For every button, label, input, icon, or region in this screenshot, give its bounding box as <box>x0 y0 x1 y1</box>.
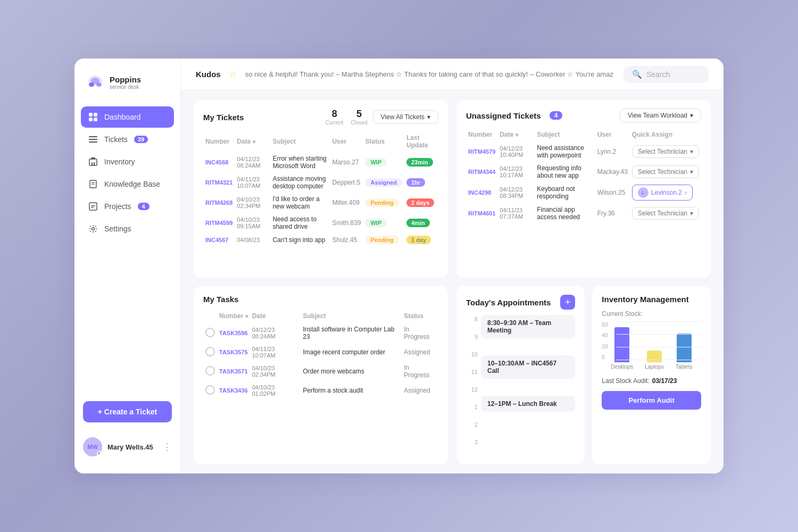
task-checkbox[interactable] <box>205 366 215 376</box>
time-slot: 2 <box>466 420 481 438</box>
list-item[interactable]: TASK3575 04/11/23 10:07AM Image recent c… <box>203 343 438 361</box>
table-row[interactable]: RITM4344 04/12/23 10:17AM Requesting inf… <box>466 162 701 182</box>
view-all-tickets-button[interactable]: View All Tickets ▾ <box>373 110 438 124</box>
my-tickets-title: My Tickets <box>203 113 244 122</box>
chart-bar-group: Laptops <box>645 351 664 370</box>
sidebar-item-inventory[interactable]: Inventory <box>81 151 174 172</box>
table-row[interactable]: RITM4321 04/11/23 10:07AM Assistance mov… <box>203 172 438 193</box>
table-row[interactable]: INC4567 04/08/23 Can't sign into app Shu… <box>203 233 438 247</box>
select-technician-button[interactable]: Select Technician ▾ <box>632 145 699 158</box>
audit-date: 03/17/23 <box>652 377 677 385</box>
ticket-counts: 8 Current 5 Closed <box>326 109 368 126</box>
view-team-workload-button[interactable]: View Team Workload ▾ <box>620 109 701 122</box>
add-appointment-button[interactable]: + <box>560 295 575 310</box>
task-checkbox[interactable] <box>205 347 215 356</box>
perform-audit-button[interactable]: Perform Audit <box>602 391 701 410</box>
unassigned-count-badge: 4 <box>550 111 563 120</box>
my-tasks-title: My Tasks <box>203 295 238 304</box>
task-checkbox[interactable] <box>205 385 215 395</box>
sidebar-item-dashboard[interactable]: Dashboard <box>81 106 174 128</box>
select-technician-button[interactable]: Select Technician ▾ <box>632 207 699 220</box>
svg-rect-19 <box>91 205 95 206</box>
list-item[interactable]: TASK3596 04/12/23 08:24AM Install softwa… <box>203 323 438 343</box>
col-ua-user: User <box>595 129 630 142</box>
sidebar-item-knowledge-base[interactable]: Knowledge Base <box>81 173 174 195</box>
chart-gridline <box>617 334 701 335</box>
sidebar-item-projects[interactable]: Projects 4 <box>81 196 174 217</box>
svg-rect-20 <box>91 207 94 208</box>
projects-icon <box>88 202 98 211</box>
search-icon: 🔍 <box>632 70 642 79</box>
chart-bar <box>647 351 662 362</box>
list-icon <box>88 135 98 144</box>
svg-rect-14 <box>91 157 95 159</box>
time-column: 89101112123 <box>466 315 481 455</box>
user-menu-button[interactable]: ⋮ <box>162 441 172 453</box>
table-row[interactable]: INC4298 04/12/23 08:34PM Keyboard not re… <box>466 182 701 203</box>
gear-icon <box>88 224 98 234</box>
table-row[interactable]: RITM4579 04/12/23 10:40PM Need assistanc… <box>466 142 701 162</box>
chart-bar-group: Tablets <box>676 334 693 370</box>
appointment-slot[interactable]: 10–10:30AM – INC4567 Call <box>481 355 575 379</box>
user-name: Mary Wells.45 <box>107 443 157 451</box>
appointment-slot <box>481 381 575 393</box>
time-slot: 8 <box>466 315 481 332</box>
appointments-header: Today's Appointments + <box>466 295 575 310</box>
chart-y-axis: 60 40 20 0 <box>602 322 608 370</box>
table-row[interactable]: RITM4601 04/11/23 07:37AM Financial app … <box>466 203 701 223</box>
col-date: Date ▾ <box>235 132 270 152</box>
svg-rect-5 <box>94 113 97 117</box>
col-ua-subject: Subject <box>535 129 595 142</box>
list-item[interactable]: TASK3571 04/10/23 02:34PM Order more web… <box>203 361 438 381</box>
svg-rect-10 <box>89 142 97 143</box>
unassigned-header: Unassigned Tickets 4 View Team Workload … <box>466 109 701 122</box>
col-task-number: Number ▾ <box>217 310 250 323</box>
col-task-check <box>203 310 217 323</box>
my-tickets-table: Number Date ▾ Subject User Status Last U… <box>203 132 438 247</box>
svg-rect-11 <box>89 159 97 165</box>
header: Kudos ☆ so nice & helpful! Thank you! – … <box>181 59 724 90</box>
unassigned-tickets-table: Number Date ▾ Subject User Quick Assign … <box>466 129 701 223</box>
closed-count: 5 Closed <box>351 109 367 126</box>
my-tickets-header: My Tickets 8 Current 5 Closed View All T… <box>203 109 438 126</box>
search-box[interactable]: 🔍 Search <box>624 66 709 83</box>
sidebar-item-settings[interactable]: Settings <box>81 218 174 239</box>
appointment-slot <box>481 444 575 455</box>
table-row[interactable]: INC4568 04/12/23 08:24AM Error when star… <box>203 152 438 172</box>
sidebar-label-knowledge-base: Knowledge Base <box>104 180 160 188</box>
chart-bar-label: Desktops <box>611 364 633 370</box>
closed-count-num: 5 <box>356 109 362 120</box>
sidebar-label-projects: Projects <box>104 202 131 211</box>
col-user: User <box>330 132 363 152</box>
select-technician-button[interactable]: Select Technician ▾ <box>632 165 699 178</box>
create-ticket-button[interactable]: + Create a Ticket <box>83 401 172 422</box>
svg-rect-18 <box>89 203 97 210</box>
svg-rect-6 <box>89 118 93 121</box>
app-subtitle: service desk <box>110 84 141 90</box>
app-window: Poppins service desk Dashboard Tickets 3… <box>74 59 724 473</box>
app-name: Poppins <box>110 75 141 84</box>
inventory-chart: 60 40 20 0 Desktops Laptops Tablets <box>602 322 701 370</box>
appointment-slot[interactable]: 12–1PM – Lunch Break <box>481 396 575 412</box>
sidebar-item-tickets[interactable]: Tickets 39 <box>81 129 174 150</box>
kudos-label: Kudos <box>196 70 221 79</box>
appointment-slot[interactable]: 8:30–9:30 AM – Team Meeting <box>481 315 575 338</box>
col-subject: Subject <box>270 132 330 152</box>
list-item[interactable]: TASK3436 04/10/23 01:02PM Perform a stoc… <box>203 381 438 400</box>
book-icon <box>88 179 98 189</box>
kudos-star-icon: ☆ <box>229 69 237 79</box>
bottom-right-area: Today's Appointments + 89101112123 8:30–… <box>456 286 711 464</box>
col-task-date: Date <box>250 310 301 323</box>
main-content: Kudos ☆ so nice & helpful! Thank you! – … <box>181 59 724 473</box>
table-row[interactable]: RITM4599 04/10/23 09:15AM Need access to… <box>203 213 438 233</box>
task-checkbox[interactable] <box>205 328 215 337</box>
assigned-technician-button[interactable]: L Levinson.2 › <box>632 185 693 201</box>
closed-count-label: Closed <box>351 120 367 126</box>
kudos-scroll: so nice & helpful! Thank you! – Martha S… <box>245 70 615 78</box>
chart-gridline <box>617 321 701 322</box>
col-task-status: Status <box>402 310 438 323</box>
sidebar: Poppins service desk Dashboard Tickets 3… <box>74 59 181 473</box>
time-slot: 1 <box>466 403 481 420</box>
table-row[interactable]: RITM4268 04/10/23 02:34PM I'd like to or… <box>203 193 438 213</box>
tech-avatar: L <box>638 187 649 198</box>
